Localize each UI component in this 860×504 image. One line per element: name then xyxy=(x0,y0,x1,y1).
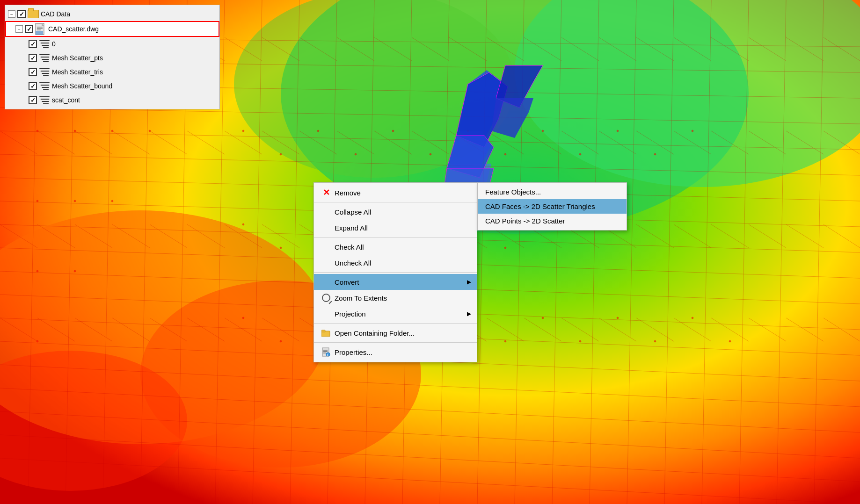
layer-icon-pts xyxy=(39,52,50,64)
layer-icon-bound xyxy=(39,80,50,92)
convert-arrow: ▶ xyxy=(467,279,471,285)
menu-item-remove[interactable]: ✕ Remove xyxy=(314,185,477,201)
convert-icon xyxy=(321,277,331,287)
checkbox-mesh-scatter-bound[interactable]: ✓ xyxy=(29,82,37,90)
menu-item-expand-all[interactable]: Expand All xyxy=(314,220,477,236)
svg-point-155 xyxy=(36,270,38,272)
submenu-item-feature-objects[interactable]: Feature Objects... xyxy=(478,185,627,199)
menu-separator-1 xyxy=(314,202,477,202)
tree-label-cad-scatter-dwg: CAD_scatter.dwg xyxy=(48,25,99,33)
menu-label-convert: Convert xyxy=(335,278,359,286)
menu-separator-2 xyxy=(314,237,477,238)
menu-item-open-folder[interactable]: Open Containing Folder... xyxy=(314,325,477,341)
collapse-btn-cad-data[interactable]: − xyxy=(8,10,15,18)
open-folder-icon xyxy=(321,328,331,338)
tree-row-layer-0[interactable]: ✓ 0 xyxy=(5,37,219,51)
menu-item-zoom-to-extents[interactable]: Zoom To Extents xyxy=(314,290,477,306)
zoom-to-extents-icon xyxy=(321,293,331,302)
menu-label-projection: Projection xyxy=(335,310,366,318)
tree-row-mesh-scatter-pts[interactable]: ✓ Mesh Scatter_pts xyxy=(5,51,219,65)
svg-point-150 xyxy=(111,130,113,132)
collapse-btn-cad-scatter[interactable]: − xyxy=(15,25,23,33)
menu-item-check-all[interactable]: Check All xyxy=(314,239,477,255)
svg-point-180 xyxy=(242,317,244,319)
submenu-item-cad-faces-scatter[interactable]: CAD Faces -> 2D Scatter Triangles xyxy=(478,199,627,214)
submenu-label-cad-faces-scatter: CAD Faces -> 2D Scatter Triangles xyxy=(485,202,595,210)
checkbox-layer-0[interactable]: ✓ xyxy=(29,40,37,48)
menu-label-open-folder: Open Containing Folder... xyxy=(335,329,415,337)
tree-row-scat-cont[interactable]: ✓ scat_cont xyxy=(5,93,219,107)
svg-point-152 xyxy=(36,200,38,202)
svg-point-156 xyxy=(74,270,76,272)
projection-arrow: ▶ xyxy=(467,310,471,317)
tree-label-cad-data: CAD Data xyxy=(41,10,70,18)
svg-point-148 xyxy=(36,130,38,132)
tree-label-layer-0: 0 xyxy=(52,40,56,48)
svg-point-159 xyxy=(280,153,282,155)
menu-label-uncheck-all: Uncheck All xyxy=(335,259,371,267)
dwg-file-icon xyxy=(35,23,46,35)
checkbox-mesh-scatter-tris[interactable]: ✓ xyxy=(29,68,37,76)
menu-item-convert[interactable]: Convert ▶ xyxy=(314,274,477,290)
svg-point-172 xyxy=(280,247,282,249)
svg-point-154 xyxy=(111,200,113,202)
svg-point-160 xyxy=(317,130,319,132)
check-all-icon xyxy=(321,242,331,252)
menu-label-properties: Properties... xyxy=(335,348,372,356)
uncheck-all-icon xyxy=(321,258,331,267)
menu-item-projection[interactable]: Projection ▶ xyxy=(314,306,477,322)
tree-row-cad-data[interactable]: − ✓ CAD Data xyxy=(5,7,219,21)
svg-point-153 xyxy=(74,200,76,202)
context-menu: ✕ Remove Collapse All Expand All Check A… xyxy=(313,182,477,362)
svg-rect-205 xyxy=(36,31,43,35)
menu-item-uncheck-all[interactable]: Uncheck All xyxy=(314,255,477,271)
svg-point-192 xyxy=(692,317,693,319)
menu-item-collapse-all[interactable]: Collapse All xyxy=(314,204,477,220)
tree-label-mesh-scatter-tris: Mesh Scatter_tris xyxy=(52,68,103,76)
svg-point-169 xyxy=(654,153,656,155)
svg-point-189 xyxy=(579,340,581,342)
tree-label-mesh-scatter-pts: Mesh Scatter_pts xyxy=(52,54,103,62)
menu-label-remove: Remove xyxy=(335,189,361,197)
checkbox-cad-scatter[interactable]: ✓ xyxy=(25,25,33,33)
submenu-item-cad-points-scatter[interactable]: CAD Points -> 2D Scatter xyxy=(478,214,627,228)
svg-point-168 xyxy=(617,130,619,132)
svg-point-190 xyxy=(617,317,619,319)
svg-point-161 xyxy=(355,153,357,155)
svg-text:i: i xyxy=(327,353,328,357)
svg-rect-207 xyxy=(321,330,325,332)
checkbox-scat-cont[interactable]: ✓ xyxy=(29,96,37,104)
layer-icon-0 xyxy=(39,38,50,50)
menu-label-zoom-to-extents: Zoom To Extents xyxy=(335,294,387,302)
svg-point-158 xyxy=(242,130,244,132)
tree-row-cad-scatter-dwg[interactable]: − ✓ CAD_scatter.dwg xyxy=(5,21,219,37)
remove-icon: ✕ xyxy=(321,188,331,197)
checkbox-mesh-scatter-pts[interactable]: ✓ xyxy=(29,54,37,62)
svg-point-165 xyxy=(504,153,506,155)
menu-item-properties[interactable]: i Properties... xyxy=(314,344,477,360)
menu-separator-4 xyxy=(314,323,477,324)
folder-icon xyxy=(28,8,39,20)
tree-row-mesh-scatter-bound[interactable]: ✓ Mesh Scatter_bound xyxy=(5,79,219,93)
menu-label-check-all: Check All xyxy=(335,243,364,251)
svg-point-162 xyxy=(392,130,394,132)
properties-icon: i xyxy=(321,347,331,357)
layer-icon-scat xyxy=(39,94,50,106)
svg-point-149 xyxy=(74,130,76,132)
menu-separator-3 xyxy=(314,272,477,273)
checkbox-cad-data[interactable]: ✓ xyxy=(17,10,26,18)
expand-all-icon xyxy=(321,223,331,232)
submenu-label-feature-objects: Feature Objects... xyxy=(485,188,541,196)
tree-label-mesh-scatter-bound: Mesh Scatter_bound xyxy=(52,82,112,90)
svg-point-171 xyxy=(242,223,244,225)
svg-point-157 xyxy=(36,340,38,342)
svg-point-187 xyxy=(504,340,506,342)
svg-point-181 xyxy=(280,340,282,342)
tree-row-mesh-scatter-tris[interactable]: ✓ Mesh Scatter_tris xyxy=(5,65,219,79)
svg-point-163 xyxy=(430,153,431,155)
tree-label-scat-cont: scat_cont xyxy=(52,96,80,104)
convert-submenu: Feature Objects... CAD Faces -> 2D Scatt… xyxy=(477,182,627,230)
svg-point-166 xyxy=(542,130,544,132)
tree-panel: − ✓ CAD Data − ✓ CAD_scatter.dwg ✓ xyxy=(5,5,220,109)
collapse-all-icon xyxy=(321,207,331,216)
